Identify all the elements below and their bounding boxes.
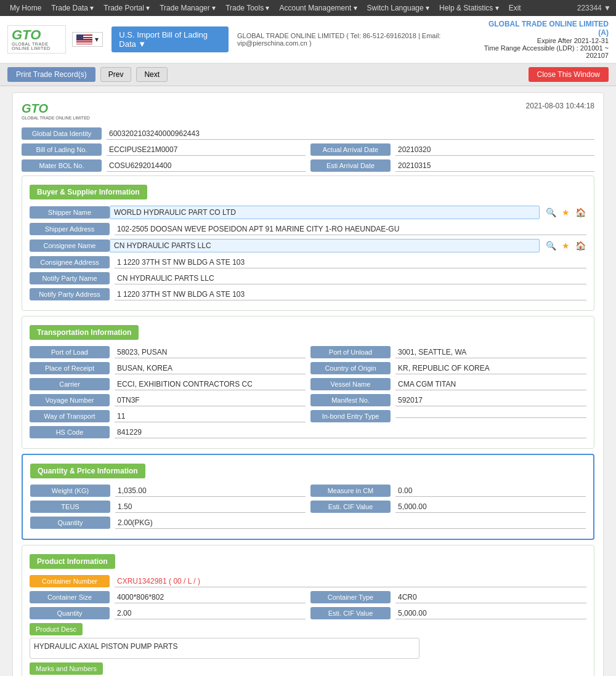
container-type-label: Container Type [310, 591, 391, 603]
page-header: GTO GLOBAL TRADE ONLINE LIMITED ▾ U.S. I… [0, 16, 616, 63]
voyage-number-value: 0TN3F [115, 395, 306, 406]
marks-numbers-area: Marks and Numbers MADE IN KOREA [30, 662, 586, 676]
shipper-address-label: Shipper Address [30, 223, 110, 235]
consignee-address-value: 1 1220 37TH ST NW BLDG A STE 103 [115, 257, 586, 268]
prev-button[interactable]: Prev [100, 67, 132, 82]
country-of-origin-label: Country of Origin [310, 362, 391, 374]
us-flag-icon [76, 34, 92, 44]
container-size-label: Container Size [30, 591, 110, 603]
country-of-origin-value: KR, REPUBLIC OF KOREA [395, 363, 586, 374]
esti-cif-value: 5,000.00 [395, 501, 586, 513]
notify-party-name-label: Notify Party Name [30, 272, 110, 284]
consignee-star-icon[interactable]: ★ [559, 239, 572, 252]
product-desc-button[interactable]: Product Desc [30, 623, 83, 635]
logo-area: GTO GLOBAL TRADE ONLINE LIMITED [7, 25, 66, 54]
container-number-button[interactable]: Container Number [30, 575, 110, 587]
nav-account-management[interactable]: Account Management ▾ [275, 0, 362, 16]
weight-value: 1,035.00 [115, 485, 306, 497]
shipper-name-label: Shipper Name [30, 206, 110, 219]
transportation-header: Transportation Information [30, 325, 139, 340]
shipper-action-icons: 🔍 ★ 🏠 [545, 206, 586, 219]
actual-arrival-value: 20210320 [395, 144, 594, 156]
esti-arrival-label: Esti Arrival Date [310, 159, 391, 172]
voyage-number-label: Voyage Number [30, 394, 110, 406]
nav-trade-portal[interactable]: Trade Portal ▾ [99, 0, 155, 16]
port-of-load-value: 58023, PUSAN [115, 347, 306, 358]
port-of-load-label: Port of Load [30, 346, 110, 358]
weight-label: Weight (KG) [30, 485, 110, 497]
flag-selector[interactable]: ▾ [72, 32, 103, 47]
port-of-unload-value: 3001, SEATTLE, WA [395, 347, 586, 358]
quantity-row: Quantity 2.00(PKG) [30, 517, 586, 529]
measure-in-cm-label: Measure in CM [310, 485, 391, 497]
shipper-address-row: Shipper Address 102-2505 DOOSAN WEVE POS… [30, 223, 586, 235]
record-logo: GTO GLOBAL TRADE ONLINE LIMITED [22, 102, 120, 120]
carrier-value: ECCI, EXHIBITION CONTRACTORS CC [115, 379, 306, 390]
container-size-row: Container Size 4000*806*802 Container Ty… [30, 591, 586, 603]
bol-no-value: ECCIPUSE21M0007 [107, 144, 306, 156]
consignee-home-icon[interactable]: 🏠 [574, 239, 586, 252]
nav-exit[interactable]: Exit [504, 0, 526, 16]
in-bond-entry-label: In-bond Entry Type [310, 410, 391, 422]
account-info: GLOBAL TRADE ONLINE LIMITED (A) Expire A… [479, 20, 609, 59]
quantity-price-section: Quantity & Price Information Weight (KG)… [22, 454, 594, 540]
product-quantity-label: Quantity [30, 607, 110, 619]
carrier-row: Carrier ECCI, EXHIBITION CONTRACTORS CC … [30, 378, 586, 390]
voyage-row: Voyage Number 0TN3F Manifest No. 592017 [30, 394, 586, 406]
place-of-receipt-value: BUSAN, KOREA [115, 363, 306, 374]
print-button[interactable]: Print Trade Record(s) [7, 67, 95, 82]
next-button[interactable]: Next [136, 67, 168, 82]
product-esti-cif-label: Esti. CIF Value [310, 607, 391, 619]
place-receipt-row: Place of Receipt BUSAN, KOREA Country of… [30, 362, 586, 374]
nav-trade-data[interactable]: Trade Data ▾ [46, 0, 99, 16]
in-bond-entry-value [395, 415, 586, 418]
main-content: GTO GLOBAL TRADE ONLINE LIMITED 2021-08-… [0, 86, 616, 676]
shipper-home-icon[interactable]: 🏠 [574, 206, 586, 219]
notify-party-name-value: CN HYDRAULIC PARTS LLC [115, 273, 586, 284]
nav-switch-language[interactable]: Switch Language ▾ [362, 0, 434, 16]
notify-party-address-label: Notify Party Address [30, 288, 110, 300]
shipper-name-value: WORLD HYDRAULIC PART CO LTD [110, 206, 540, 219]
mater-bol-row: Mater BOL No. COSU6292014400 Esti Arriva… [22, 159, 594, 172]
container-size-value: 4000*806*802 [115, 592, 306, 603]
database-selector[interactable]: U.S. Import Bill of Lading Data ▼ [111, 26, 229, 52]
shipper-name-row: Shipper Name WORLD HYDRAULIC PART CO LTD… [30, 206, 586, 219]
carrier-label: Carrier [30, 378, 110, 390]
global-data-identity-label: Global Data Identity [22, 127, 102, 140]
esti-cif-label: Esti. CIF Value [310, 501, 391, 513]
consignee-search-icon[interactable]: 🔍 [545, 239, 557, 252]
quantity-label: Quantity [30, 517, 110, 529]
nav-trade-manager[interactable]: Trade Manager ▾ [155, 0, 221, 16]
notify-party-address-value: 1 1220 37TH ST NW BLDG A STE 103 [115, 289, 586, 300]
buyer-supplier-section: Buyer & Supplier Information Shipper Nam… [22, 175, 594, 311]
product-desc-area: Product Desc HYDRAULIC AXIAL PISTON PUMP… [30, 623, 586, 659]
weight-row: Weight (KG) 1,035.00 Measure in CM 0.00 [30, 485, 586, 497]
nav-my-home[interactable]: My Home [5, 0, 46, 16]
time-range: Time Range Accessible (LDR) : 201001 ~ 2… [479, 44, 609, 59]
company-name: GLOBAL TRADE ONLINE LIMITED (A) [479, 20, 609, 37]
container-number-row: Container Number CXRU1342981 ( 00 / L / … [30, 575, 586, 587]
vessel-name-value: CMA CGM TITAN [395, 379, 586, 390]
container-type-value: 4CR0 [395, 592, 586, 603]
nav-help-statistics[interactable]: Help & Statistics ▾ [434, 0, 504, 16]
mater-bol-label: Mater BOL No. [22, 159, 102, 172]
measure-in-cm-value: 0.00 [395, 485, 586, 497]
expire-date: Expire After 2021-12-31 [479, 37, 609, 44]
manifest-no-label: Manifest No. [310, 394, 391, 406]
consignee-name-value: CN HYDRAULIC PARTS LLC [110, 239, 540, 252]
record-header: GTO GLOBAL TRADE ONLINE LIMITED 2021-08-… [22, 102, 594, 120]
shipper-star-icon[interactable]: ★ [559, 206, 572, 219]
hs-code-row: HS Code 841229 [30, 426, 586, 438]
flag-dropdown-arrow: ▾ [95, 35, 99, 44]
marks-numbers-button[interactable]: Marks and Numbers [30, 662, 103, 675]
teus-label: TEUS [30, 501, 110, 513]
vessel-name-label: Vessel Name [310, 378, 391, 390]
teus-value: 1.50 [115, 501, 306, 513]
global-data-identity-value: 6003202103240000962443 [107, 128, 594, 140]
nav-trade-tools[interactable]: Trade Tools ▾ [221, 0, 274, 16]
close-window-button[interactable]: Close This Window [529, 67, 609, 82]
hs-code-value: 841229 [115, 427, 586, 438]
db-selector-label: U.S. Import Bill of Lading Data ▼ [119, 30, 221, 49]
shipper-search-icon[interactable]: 🔍 [545, 206, 557, 219]
container-number-value: CXRU1342981 ( 00 / L / ) [115, 576, 586, 587]
